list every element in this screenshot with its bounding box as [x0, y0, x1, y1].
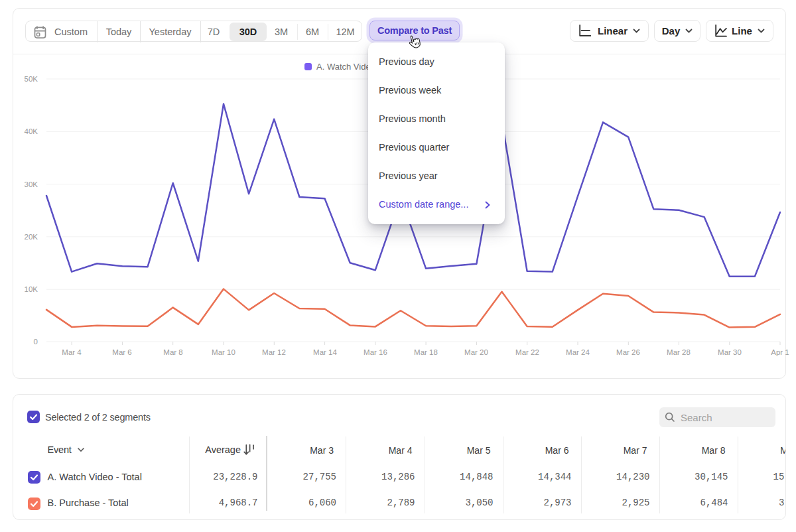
svg-text:Mar 8: Mar 8	[163, 348, 182, 356]
svg-text:Apr 1: Apr 1	[771, 348, 789, 356]
svg-text:Mar 10: Mar 10	[212, 348, 235, 356]
svg-text:Mar 12: Mar 12	[262, 348, 286, 356]
svg-text:0: 0	[34, 338, 38, 346]
svg-text:Mar 16: Mar 16	[364, 348, 387, 356]
svg-text:10K: 10K	[25, 285, 38, 293]
svg-text:20K: 20K	[25, 233, 38, 241]
svg-text:Mar 24: Mar 24	[566, 348, 590, 356]
svg-text:Mar 20: Mar 20	[464, 348, 488, 356]
svg-text:Mar 28: Mar 28	[667, 348, 691, 356]
svg-text:30K: 30K	[25, 180, 38, 188]
svg-text:Mar 22: Mar 22	[515, 348, 539, 356]
svg-text:Mar 30: Mar 30	[718, 348, 742, 356]
svg-text:50K: 50K	[25, 75, 38, 83]
svg-text:Mar 4: Mar 4	[62, 348, 82, 356]
svg-text:Mar 26: Mar 26	[616, 348, 640, 356]
svg-text:Mar 6: Mar 6	[112, 348, 131, 356]
svg-text:Mar 18: Mar 18	[414, 348, 438, 356]
svg-text:Mar 14: Mar 14	[313, 348, 337, 356]
svg-text:40K: 40K	[25, 127, 38, 135]
